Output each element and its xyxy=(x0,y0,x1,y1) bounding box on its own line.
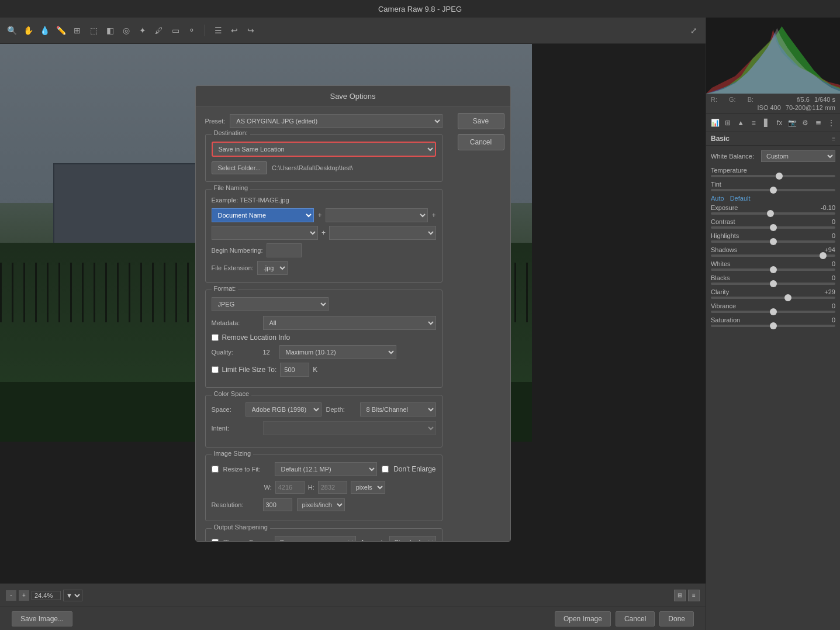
grid-panel-icon[interactable]: ⊞ xyxy=(723,116,733,129)
transform-icon[interactable]: ◧ xyxy=(104,25,116,36)
white-balance-row: White Balance: Custom xyxy=(711,150,835,162)
metadata-label: Metadata: xyxy=(212,319,258,326)
hand-tool-icon[interactable]: ✋ xyxy=(22,25,34,36)
expand-panel-icon[interactable]: ⋮ xyxy=(826,116,836,129)
shadows-label: Shadows xyxy=(711,246,737,253)
save-image-button[interactable]: Save Image... xyxy=(12,611,72,626)
color-sampler-icon[interactable]: ✏️ xyxy=(55,25,67,36)
naming-select-4[interactable] xyxy=(329,226,436,240)
zoom-value-input[interactable] xyxy=(32,591,61,600)
begin-numbering-input[interactable] xyxy=(267,243,302,257)
zoom-decrease-button[interactable]: - xyxy=(6,590,16,601)
default-button[interactable]: Default xyxy=(730,195,751,202)
settings-icon-1[interactable]: ⊞ xyxy=(674,590,686,601)
space-select[interactable]: Adobe RGB (1998) xyxy=(246,402,322,416)
fx-panel-icon[interactable]: fx xyxy=(774,116,784,129)
wb-tool-icon[interactable]: 💧 xyxy=(39,25,50,36)
preset-select[interactable]: AS ORYGINAL JPG (edited) xyxy=(230,114,442,128)
zoom-tool-icon[interactable]: 🔍 xyxy=(6,25,18,36)
crop-tool-icon[interactable]: ⊞ xyxy=(71,25,83,36)
image-sizing-section: Image Sizing Resize to Fit: Default (12.… xyxy=(205,455,443,521)
straighten-icon[interactable]: ⬚ xyxy=(88,25,99,36)
bar-chart-panel-icon[interactable]: ▋ xyxy=(761,116,772,129)
exposure-slider[interactable] xyxy=(711,212,835,215)
zoom-select[interactable]: ▼ xyxy=(63,590,82,601)
zoom-increase-button[interactable]: + xyxy=(19,590,29,601)
h-input[interactable] xyxy=(318,481,347,494)
shadows-slider[interactable] xyxy=(711,254,835,257)
clarity-control: Clarity +29 xyxy=(711,288,835,299)
intent-label: Intent: xyxy=(212,425,258,432)
sharpen-for-select[interactable]: Screen xyxy=(275,536,356,542)
select-folder-button[interactable]: Select Folder... xyxy=(212,161,267,174)
whites-control: Whites 0 xyxy=(711,260,835,271)
toggle-fullscreen-icon[interactable]: ⤢ xyxy=(688,25,700,36)
naming-select-2[interactable] xyxy=(326,208,428,222)
metadata-row: Metadata: All xyxy=(212,316,436,330)
folder-path: C:\Users\Rafal\Desktop\test\ xyxy=(272,164,353,171)
preset-row: Preset: AS ORYGINAL JPG (edited) xyxy=(205,114,443,128)
resolution-input[interactable] xyxy=(263,498,292,511)
file-extension-select[interactable]: .jpg xyxy=(257,261,288,275)
doc-name-select[interactable]: Document Name xyxy=(212,208,314,222)
save-button[interactable]: Save xyxy=(458,113,504,129)
app-title: Camera Raw 9.8 - JPEG xyxy=(378,5,462,13)
mountain-panel-icon[interactable]: ▲ xyxy=(735,116,746,129)
blacks-label: Blacks xyxy=(711,274,730,281)
blacks-slider[interactable] xyxy=(711,283,835,285)
resize-to-fit-select[interactable]: Default (12.1 MP) xyxy=(275,462,378,476)
basic-options-icon[interactable]: ≡ xyxy=(832,136,835,142)
vibrance-slider[interactable] xyxy=(711,311,835,313)
camera-panel-icon[interactable]: 📷 xyxy=(787,116,798,129)
redo-icon[interactable]: ↪ xyxy=(245,25,257,36)
image-sizing-title: Image Sizing xyxy=(212,450,254,457)
gradient-filter-icon[interactable]: ▭ xyxy=(170,25,181,36)
undo-icon[interactable]: ↩ xyxy=(229,25,240,36)
settings-panel-icon[interactable]: ⚙ xyxy=(800,116,811,129)
w-input[interactable] xyxy=(275,481,305,494)
contrast-slider[interactable] xyxy=(711,226,835,229)
radial-filter-icon[interactable]: ⚬ xyxy=(186,25,198,36)
amount-select[interactable]: Standard xyxy=(389,536,436,542)
lines-panel-icon[interactable]: ≡ xyxy=(748,116,759,129)
resolution-unit-select[interactable]: pixels/inch xyxy=(297,498,345,511)
vibrance-control: Vibrance 0 xyxy=(711,302,835,313)
tint-slider[interactable] xyxy=(711,189,835,191)
done-button[interactable]: Done xyxy=(659,611,694,626)
white-balance-select[interactable]: Custom xyxy=(761,150,835,162)
metadata-select[interactable]: All xyxy=(263,316,436,330)
cancel-button[interactable]: Cancel xyxy=(616,611,655,626)
temperature-slider[interactable] xyxy=(711,175,835,177)
highlights-slider[interactable] xyxy=(711,240,835,243)
resize-to-fit-checkbox[interactable] xyxy=(212,466,219,473)
clarity-slider[interactable] xyxy=(711,297,835,299)
saturation-slider[interactable] xyxy=(711,325,835,327)
preferences-icon[interactable]: ☰ xyxy=(212,25,224,36)
remove-location-checkbox[interactable] xyxy=(212,334,219,341)
naming-select-3[interactable] xyxy=(212,226,319,240)
dont-enlarge-checkbox[interactable] xyxy=(382,466,389,473)
whites-slider[interactable] xyxy=(711,268,835,271)
auto-button[interactable]: Auto xyxy=(711,195,724,202)
dialog-cancel-button[interactable]: Cancel xyxy=(458,134,504,150)
depth-select[interactable]: 8 Bits/Channel xyxy=(360,402,436,416)
spot-removal-icon[interactable]: ◎ xyxy=(120,25,132,36)
intent-select[interactable] xyxy=(263,421,436,435)
dimension-unit-select[interactable]: pixels xyxy=(351,481,385,494)
bottom-icons: ⊞ ≡ xyxy=(674,590,700,601)
adjustment-brush-icon[interactable]: 🖊 xyxy=(153,25,165,36)
limit-file-size-input[interactable] xyxy=(280,363,309,377)
more-panel-icon[interactable]: ≣ xyxy=(813,116,824,129)
format-row: JPEG xyxy=(212,297,436,311)
histogram-panel-icon[interactable]: 📊 xyxy=(710,116,720,129)
redeye-icon[interactable]: ✦ xyxy=(137,25,148,36)
destination-select[interactable]: Save in Same Location xyxy=(212,142,436,157)
settings-icon-2[interactable]: ≡ xyxy=(688,590,700,601)
format-select[interactable]: JPEG xyxy=(212,297,329,311)
sharpen-for-checkbox[interactable] xyxy=(212,539,219,542)
quality-select[interactable]: Maximum (10-12) xyxy=(279,345,396,359)
limit-file-size-checkbox[interactable] xyxy=(212,366,219,373)
resize-to-fit-label: Resize to Fit: xyxy=(223,466,270,473)
open-image-button[interactable]: Open Image xyxy=(555,611,611,626)
color-space-section: Color Space Space: Adobe RGB (1998) Dept… xyxy=(205,395,443,447)
